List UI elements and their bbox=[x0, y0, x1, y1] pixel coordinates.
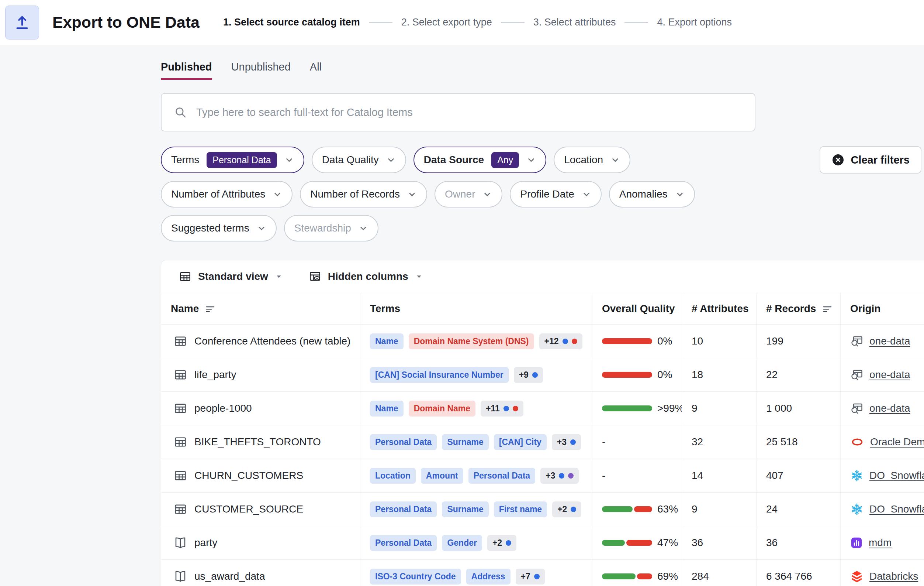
quality-red-segment bbox=[626, 540, 652, 546]
terms-cell: Personal DataSurnameFirst name+2 bbox=[360, 493, 592, 526]
filter-stewardship[interactable]: Stewardship bbox=[284, 215, 378, 242]
search-input[interactable] bbox=[196, 106, 742, 119]
name-cell: us_award_data bbox=[161, 560, 360, 586]
hidden-columns-button[interactable]: Hidden columns bbox=[309, 270, 423, 283]
quality-empty: - bbox=[602, 436, 605, 448]
chevron-down-icon bbox=[482, 189, 492, 199]
more-terms-chip[interactable]: +3 bbox=[552, 434, 581, 450]
table-row[interactable]: partyPersonal DataGender+247%3636mdm bbox=[161, 526, 924, 560]
origin-link[interactable]: one-data bbox=[870, 402, 910, 414]
filter-number-of-attributes[interactable]: Number of Attributes bbox=[161, 181, 292, 207]
quality-value: 69% bbox=[657, 571, 678, 582]
filter-profile-date[interactable]: Profile Date bbox=[510, 181, 601, 207]
oracle-icon bbox=[850, 437, 864, 447]
column-header-name[interactable]: Name bbox=[161, 293, 360, 324]
tab-unpublished[interactable]: Unpublished bbox=[231, 61, 290, 80]
table-row[interactable]: Conference Attendees (new table)NameDoma… bbox=[161, 324, 924, 358]
table-header-row: NameTermsOverall Quality# Attributes# Re… bbox=[161, 293, 924, 324]
more-terms-chip[interactable]: +2 bbox=[487, 535, 516, 551]
origin-link[interactable]: Databricks bbox=[870, 571, 918, 582]
more-terms-chip[interactable]: +7 bbox=[516, 569, 545, 584]
attributes-cell: 36 bbox=[682, 526, 757, 560]
chevron-down-icon bbox=[415, 273, 423, 281]
quality-cell: - bbox=[592, 425, 682, 459]
term-dot-blue bbox=[563, 339, 568, 344]
records-cell: 25 518 bbox=[757, 425, 841, 459]
table-icon bbox=[174, 435, 187, 449]
table-row[interactable]: us_award_dataISO-3 Country CodeAddress+7… bbox=[161, 560, 924, 586]
origin-link[interactable]: one-data bbox=[870, 369, 910, 381]
more-terms-chip[interactable]: +11 bbox=[481, 401, 523, 417]
table-row[interactable]: CHURN_CUSTOMERSLocationAmountPersonal Da… bbox=[161, 459, 924, 493]
catalog-item-name: party bbox=[195, 537, 217, 549]
catalog-item-name: CUSTOMER_SOURCE bbox=[195, 503, 303, 515]
more-terms-chip[interactable]: +9 bbox=[514, 367, 543, 383]
term-dot-blue bbox=[534, 574, 540, 579]
table-row[interactable]: people-1000NameDomain Name+11>99%91 000o… bbox=[161, 392, 924, 425]
app-header: Export to ONE Data 1. Select source cata… bbox=[0, 0, 924, 45]
origin-link[interactable]: mdm bbox=[869, 537, 891, 549]
terms-cell: ISO-3 Country CodeAddress+7 bbox=[360, 560, 592, 586]
attributes-cell: 14 bbox=[682, 459, 757, 492]
origin-link[interactable]: one-data bbox=[870, 335, 910, 347]
more-terms-chip[interactable]: +3 bbox=[540, 468, 579, 484]
origin-link[interactable]: DO_Snowfla bbox=[870, 503, 924, 515]
filter-data-source[interactable]: Data SourceAny bbox=[414, 147, 547, 173]
more-terms-chip[interactable]: +12 bbox=[539, 333, 582, 349]
filter-data-quality[interactable]: Data Quality bbox=[312, 147, 406, 173]
term-chip: [CAN] Social Insurance Number bbox=[370, 367, 509, 383]
table-row[interactable]: life_party[CAN] Social Insurance Number+… bbox=[161, 358, 924, 392]
term-chip: Name bbox=[370, 333, 404, 349]
sort-icon[interactable] bbox=[205, 303, 216, 314]
filter-number-of-records[interactable]: Number of Records bbox=[300, 181, 427, 207]
chevron-down-icon bbox=[272, 189, 282, 199]
chevron-down-icon bbox=[275, 273, 283, 281]
quality-bar bbox=[602, 338, 652, 344]
origin-cell: one-data bbox=[841, 358, 924, 391]
view-selector[interactable]: Standard view bbox=[179, 270, 283, 283]
wizard-stepper: 1. Select source catalog item2. Select e… bbox=[223, 17, 732, 28]
term-chip: Domain Name System (DNS) bbox=[409, 333, 534, 349]
filter-location[interactable]: Location bbox=[554, 147, 630, 173]
one-data-icon bbox=[850, 334, 863, 348]
name-cell: people-1000 bbox=[161, 392, 360, 425]
filter-terms[interactable]: TermsPersonal Data bbox=[161, 147, 304, 173]
origin-link[interactable]: Oracle Dem bbox=[870, 436, 924, 448]
filter-owner[interactable]: Owner bbox=[434, 181, 502, 207]
filter-row-2: Number of AttributesNumber of RecordsOwn… bbox=[161, 181, 921, 207]
column-header-records[interactable]: # Records bbox=[757, 293, 841, 324]
catalog-item-name: CHURN_CUSTOMERS bbox=[195, 470, 303, 482]
quality-cell: 63% bbox=[592, 493, 682, 526]
quality-bar bbox=[602, 372, 652, 378]
hidden-columns-label: Hidden columns bbox=[328, 271, 408, 283]
attributes-cell: 9 bbox=[682, 493, 757, 526]
quality-cell: 69% bbox=[592, 560, 682, 586]
filter-label: Terms bbox=[171, 154, 199, 166]
table-view-icon bbox=[179, 270, 191, 283]
table-row[interactable]: CUSTOMER_SOURCEPersonal DataSurnameFirst… bbox=[161, 493, 924, 526]
column-label: Overall Quality bbox=[602, 303, 675, 315]
tab-all[interactable]: All bbox=[310, 61, 322, 80]
table-row[interactable]: BIKE_THEFTS_TORONTOPersonal DataSurname[… bbox=[161, 425, 924, 459]
term-dot-purple bbox=[568, 473, 574, 478]
clear-filters-button[interactable]: Clear filters bbox=[820, 146, 921, 174]
quality-red-segment bbox=[602, 338, 652, 344]
quality-value: 0% bbox=[657, 335, 672, 347]
chevron-down-icon bbox=[526, 155, 536, 165]
term-chip: Gender bbox=[442, 535, 482, 551]
filter-value-badge: Any bbox=[491, 152, 519, 168]
quality-cell: 0% bbox=[592, 324, 682, 358]
term-dot-red bbox=[513, 406, 518, 411]
quality-value: 47% bbox=[657, 537, 678, 549]
sort-icon[interactable] bbox=[822, 303, 833, 314]
filters-area: TermsPersonal DataData QualityData Sourc… bbox=[161, 146, 921, 242]
column-label: Origin bbox=[850, 303, 881, 315]
tab-published[interactable]: Published bbox=[161, 61, 212, 80]
filter-suggested-terms[interactable]: Suggested terms bbox=[161, 215, 277, 242]
origin-cell: one-data bbox=[841, 324, 924, 358]
quality-cell: 47% bbox=[592, 526, 682, 560]
attributes-cell: 10 bbox=[682, 324, 757, 358]
filter-anomalies[interactable]: Anomalies bbox=[609, 181, 695, 207]
more-terms-chip[interactable]: +2 bbox=[552, 502, 581, 517]
origin-link[interactable]: DO_Snowfla bbox=[870, 470, 924, 482]
